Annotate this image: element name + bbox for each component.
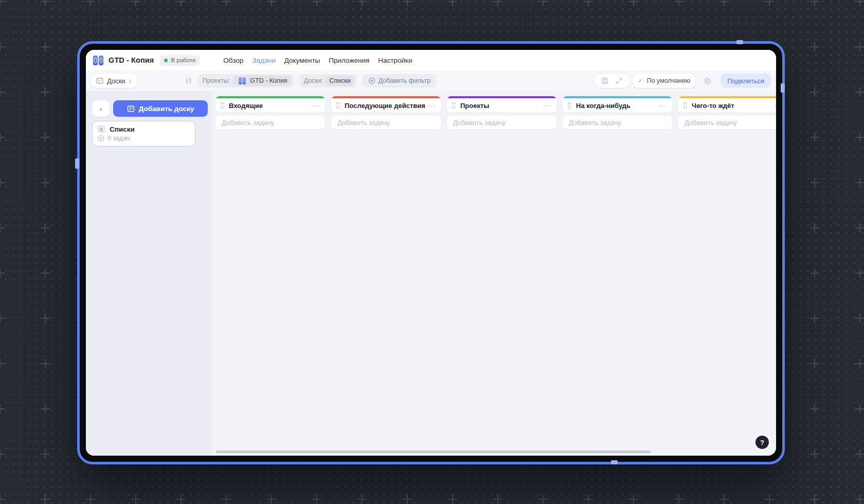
board-card-lists[interactable]: с Списки 0 задач <box>92 121 195 147</box>
fullscreen-icon[interactable] <box>615 77 623 85</box>
settings-gear-icon[interactable] <box>703 77 712 85</box>
filter-boards-value: Списки <box>326 76 354 86</box>
board-view-icon <box>96 77 103 84</box>
tasks-count-label: 0 задач <box>107 135 130 142</box>
column-menu-button[interactable]: ··· <box>427 102 436 110</box>
board-icon <box>127 105 135 113</box>
kanban-column-waiting: Чего-то ждёт ··· <box>678 96 776 129</box>
column-menu-button[interactable]: ··· <box>775 102 776 110</box>
view-preset-label: По умолчанию <box>647 77 691 84</box>
kanban-column-projects: Проекты ··· <box>447 96 556 129</box>
drag-handle-icon[interactable] <box>568 102 571 109</box>
add-task-input[interactable] <box>215 116 325 129</box>
main-nav: Обзор Задачи Документы Приложения Настро… <box>223 57 412 64</box>
column-title: Проекты <box>460 102 543 110</box>
tab-documents[interactable]: Документы <box>284 57 320 64</box>
boards-sidebar: ‹ Добавить доску с Списки <box>86 91 212 456</box>
filter-projects-label: Проекты: <box>203 77 230 84</box>
column-title: Входящие <box>229 102 312 110</box>
column-menu-button[interactable]: ··· <box>659 102 667 110</box>
column-header[interactable]: Проекты ··· <box>447 96 556 113</box>
app-header: GTD - Копия В работе Обзор Задачи Докуме… <box>86 50 776 70</box>
filter-boards-value-text: Списки <box>329 77 350 84</box>
board-card-header: с Списки <box>97 125 190 133</box>
add-board-button[interactable]: Добавить доску <box>113 100 208 117</box>
project-title: GTD - Копия <box>109 56 154 64</box>
status-badge[interactable]: В работе <box>160 55 200 66</box>
check-icon: ✓ <box>638 77 643 84</box>
view-actions-group <box>595 74 629 88</box>
column-header[interactable]: Последующие действия ··· <box>331 96 441 113</box>
collapse-sidebar-button[interactable]: ‹ <box>92 100 110 117</box>
frame-handle-right[interactable] <box>781 83 785 93</box>
add-task-input[interactable] <box>331 116 441 129</box>
tab-apps[interactable]: Приложения <box>329 57 369 64</box>
board-card-meta: 0 задач <box>97 135 190 142</box>
drag-handle-icon[interactable] <box>683 102 687 109</box>
column-menu-button[interactable]: ··· <box>312 102 320 110</box>
column-title: На когда-нибудь <box>576 102 659 110</box>
tasks-count-icon <box>97 135 104 142</box>
app-window-frame: GTD - Копия В работе Обзор Задачи Докуме… <box>77 41 785 464</box>
project-logo-icon <box>93 56 103 65</box>
save-view-icon[interactable] <box>601 77 609 85</box>
drag-handle-icon[interactable] <box>452 102 456 109</box>
kanban-columns: Входящие ··· Последующие действия <box>215 96 776 129</box>
sidebar-actions: ‹ Добавить доску <box>92 100 208 117</box>
status-dot-icon <box>164 59 168 62</box>
column-menu-button[interactable]: ··· <box>543 102 551 110</box>
chevron-down-icon[interactable]: › <box>129 77 132 85</box>
kanban-column-inbox: Входящие ··· <box>215 96 325 129</box>
add-filter-button[interactable]: Добавить фильтр <box>363 74 437 87</box>
add-filter-label: Добавить фильтр <box>379 77 431 84</box>
filters-icon[interactable] <box>185 77 192 85</box>
app-window: GTD - Копия В работе Обзор Задачи Докуме… <box>86 50 776 456</box>
board-avatar: с <box>97 125 105 133</box>
toolbar: Доски › Проекты: GTD - Копия Доски: <box>86 70 776 91</box>
column-title: Последующие действия <box>345 102 427 110</box>
filter-projects-chip[interactable]: Проекты: GTD - Копия <box>198 74 294 87</box>
frame-handle-bottom[interactable] <box>611 460 618 464</box>
tab-overview[interactable]: Обзор <box>223 57 243 64</box>
filter-projects-value-text: GTD - Копия <box>250 77 287 84</box>
column-header[interactable]: Входящие ··· <box>215 96 325 113</box>
kanban-board: Входящие ··· Последующие действия <box>212 91 776 456</box>
kanban-column-next-actions: Последующие действия ··· <box>331 96 441 129</box>
drag-handle-icon[interactable] <box>336 102 340 109</box>
board-card-title: Списки <box>110 125 135 133</box>
column-header[interactable]: На когда-нибудь ··· <box>563 96 672 113</box>
horizontal-scrollbar[interactable] <box>216 451 651 453</box>
toolbar-right: ✓ По умолчанию Поделиться <box>595 74 771 88</box>
view-preset-selector[interactable]: ✓ По умолчанию <box>633 74 696 88</box>
plus-circle-icon <box>368 77 375 84</box>
filter-projects-value: GTD - Копия <box>232 76 291 86</box>
drag-handle-icon[interactable] <box>221 102 224 109</box>
kanban-column-someday: На когда-нибудь ··· <box>563 96 672 129</box>
help-button[interactable]: ? <box>755 436 769 449</box>
filter-boards-chip[interactable]: Доски: Списки <box>299 74 357 87</box>
project-logo-mini-icon <box>239 78 246 84</box>
column-header[interactable]: Чего-то ждёт ··· <box>678 96 776 113</box>
add-board-label: Добавить доску <box>139 105 194 113</box>
filter-boards-label: Доски: <box>304 77 323 84</box>
status-badge-label: В работе <box>171 57 195 63</box>
share-button[interactable]: Поделиться <box>721 74 771 88</box>
tab-settings[interactable]: Настройки <box>378 57 412 64</box>
frame-handle-left[interactable] <box>75 158 79 169</box>
tab-tasks[interactable]: Задачи <box>252 57 275 64</box>
add-task-input[interactable] <box>447 116 556 129</box>
view-switcher-label: Доски <box>107 77 125 85</box>
chevron-left-icon: ‹ <box>100 104 102 113</box>
add-task-input[interactable] <box>678 116 776 129</box>
frame-handle-top[interactable] <box>736 40 743 44</box>
view-switcher-button[interactable]: Доски › <box>91 74 137 88</box>
content-area: ‹ Добавить доску с Списки <box>86 91 776 456</box>
column-title: Чего-то ждёт <box>692 102 775 110</box>
add-task-input[interactable] <box>563 116 672 129</box>
